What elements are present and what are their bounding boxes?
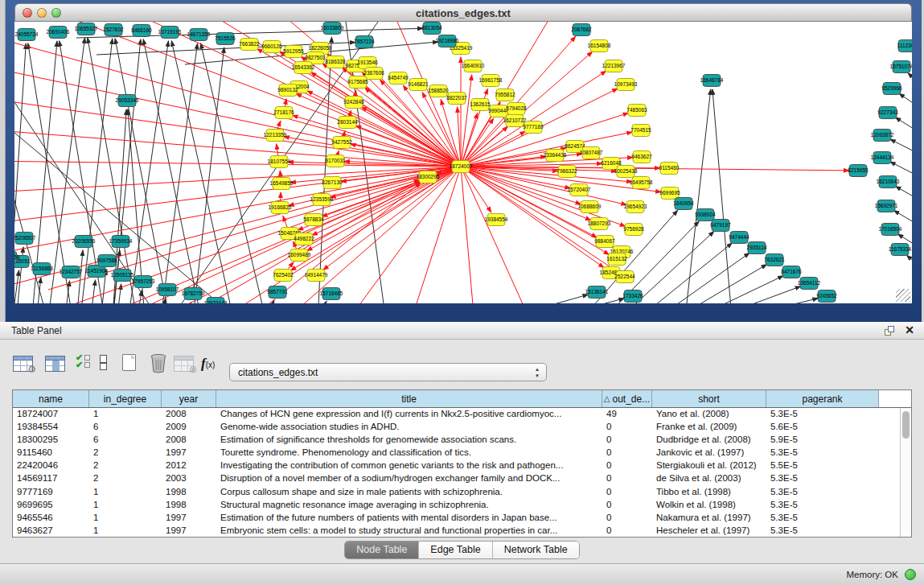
graph-node[interactable]: 9529966 bbox=[881, 83, 902, 95]
cell-short[interactable]: Wolkin et al. (1998) bbox=[652, 499, 766, 512]
cell-short[interactable]: Hescheler et al. (1997) bbox=[652, 525, 766, 538]
cell-name[interactable]: 22420046 bbox=[13, 459, 89, 472]
graph-node[interactable]: 18724007 bbox=[450, 161, 473, 173]
cell-title[interactable]: Estimation of significance thresholds fo… bbox=[216, 434, 602, 447]
graph-edge[interactable] bbox=[90, 280, 96, 303]
graph-node[interactable]: 19384554 bbox=[485, 214, 508, 226]
graph-node[interactable]: 10807487 bbox=[580, 147, 603, 159]
graph-edge[interactable] bbox=[722, 299, 818, 303]
cell-short[interactable]: Dudbridge et al. (2008) bbox=[652, 434, 766, 447]
graph-node[interactable]: 8466160 bbox=[131, 25, 152, 37]
table-mode-icon[interactable]: ⚙ bbox=[13, 356, 33, 372]
cell-out_de[interactable]: 0 bbox=[602, 512, 652, 525]
cell-year[interactable]: 1997 bbox=[162, 512, 216, 525]
graph-edge[interactable] bbox=[908, 73, 912, 97]
graph-node[interactable]: 9242848 bbox=[343, 97, 364, 109]
create-column-icon[interactable] bbox=[122, 354, 136, 371]
graph-node[interactable]: 7857224 bbox=[354, 36, 375, 48]
cell-name[interactable]: 9699695 bbox=[13, 499, 89, 512]
graph-node[interactable]: 9463627 bbox=[631, 151, 652, 163]
memory-status-dot[interactable] bbox=[905, 569, 916, 580]
graph-node[interactable]: 16099489 bbox=[288, 249, 311, 262]
cell-pagerank[interactable]: 5.3E-5 bbox=[766, 486, 879, 499]
graph-node[interactable]: 16640910 bbox=[462, 60, 485, 72]
cell-out_de[interactable]: 0 bbox=[602, 421, 652, 434]
graph-node[interactable]: 8471676 bbox=[781, 266, 802, 278]
graph-node[interactable]: 16961758 bbox=[479, 75, 503, 87]
show-columns-icon[interactable] bbox=[45, 356, 65, 372]
graph-edge[interactable] bbox=[461, 167, 491, 212]
cell-pagerank[interactable]: 5.6E-5 bbox=[766, 421, 879, 434]
cell-pagerank[interactable]: 5.5E-5 bbox=[766, 459, 879, 472]
graph-node[interactable]: 9857791 bbox=[267, 286, 288, 299]
row-height-icon[interactable] bbox=[100, 355, 107, 370]
graph-edge[interactable] bbox=[515, 295, 588, 303]
graph-node[interactable]: 14914479 bbox=[305, 270, 328, 282]
column-header-in_degree[interactable]: in_degree bbox=[89, 390, 162, 407]
table-scrollbar[interactable] bbox=[900, 408, 911, 537]
graph-edge[interactable] bbox=[201, 43, 265, 303]
cell-title[interactable]: Corpus callosum shape and size in male p… bbox=[216, 486, 602, 499]
graph-node[interactable]: 7515526 bbox=[215, 33, 236, 45]
graph-node[interactable]: 15692971 bbox=[875, 200, 898, 212]
graph-node[interactable]: 10973493 bbox=[614, 79, 638, 91]
tab-network-table[interactable]: Network Table bbox=[493, 542, 579, 558]
cell-short[interactable]: Stergiakouli et al. (2012) bbox=[652, 459, 766, 472]
cell-pagerank[interactable]: 5.3E-5 bbox=[766, 447, 879, 459]
graph-edge[interactable] bbox=[704, 286, 801, 303]
table-row[interactable]: 946362711997Embryonic stem cells: a mode… bbox=[13, 525, 911, 538]
cell-in_degree[interactable]: 1 bbox=[89, 512, 162, 525]
cell-in_degree[interactable]: 1 bbox=[89, 486, 162, 499]
graph-node[interactable]: 9115460 bbox=[659, 163, 680, 175]
graph-node[interactable]: 18807293 bbox=[588, 218, 611, 230]
float-panel-icon[interactable] bbox=[885, 326, 895, 336]
graph-node[interactable]: 15751074 bbox=[890, 61, 912, 73]
graph-node[interactable]: 5912955 bbox=[283, 46, 304, 58]
graph-node[interactable]: 1527602 bbox=[103, 24, 124, 36]
graph-node[interactable]: 12505135 bbox=[111, 270, 134, 282]
graph-edge[interactable] bbox=[117, 284, 121, 303]
graph-node[interactable]: 9170031 bbox=[325, 155, 346, 167]
table-row[interactable]: 946554611997Estimation of the future num… bbox=[13, 512, 911, 525]
graph-node[interactable]: 9146821 bbox=[408, 79, 429, 91]
cell-short[interactable]: Yano et al. (2008) bbox=[652, 408, 766, 421]
cell-name[interactable]: 18300295 bbox=[13, 434, 89, 447]
graph-node[interactable]: 9245652 bbox=[816, 290, 837, 303]
graph-node[interactable]: 12342757 bbox=[60, 266, 83, 278]
cell-name[interactable]: 9465546 bbox=[13, 512, 89, 525]
graph-node[interactable]: 7955812 bbox=[495, 89, 515, 101]
cell-out_de[interactable]: 0 bbox=[602, 499, 652, 512]
cell-out_de[interactable]: 0 bbox=[602, 459, 652, 472]
cell-in_degree[interactable]: 6 bbox=[89, 434, 162, 447]
graph-edge[interactable] bbox=[670, 265, 767, 303]
graph-node[interactable]: 8454749 bbox=[388, 72, 409, 84]
graph-node[interactable]: 7704515 bbox=[630, 125, 651, 137]
cell-pagerank[interactable]: 5.3E-5 bbox=[766, 408, 879, 421]
graph-node[interactable]: 9884067 bbox=[594, 236, 615, 248]
graph-node[interactable]: 2935114 bbox=[747, 242, 767, 254]
table-row[interactable]: 977716911998Corpus callosum shape and si… bbox=[13, 486, 911, 499]
cell-title[interactable]: Estimation of the future numbers of pati… bbox=[216, 512, 602, 525]
graph-node[interactable]: 10958107 bbox=[156, 284, 179, 296]
table-row[interactable]: 2242004622012Investigating the contribut… bbox=[13, 459, 911, 472]
cell-out_de[interactable]: 0 bbox=[602, 472, 652, 485]
graph-node[interactable]: 9427552 bbox=[331, 137, 352, 149]
graph-node[interactable]: 10654112 bbox=[798, 278, 821, 290]
graph-node[interactable]: 16549855 bbox=[270, 178, 294, 190]
graph-node[interactable]: 18107554 bbox=[268, 156, 291, 168]
scrollbar-thumb[interactable] bbox=[902, 411, 910, 439]
cell-in_degree[interactable]: 2 bbox=[89, 472, 162, 485]
graph-node[interactable]: 10719195 bbox=[158, 27, 182, 39]
tab-edge-table[interactable]: Edge Table bbox=[419, 542, 492, 558]
cell-out_de[interactable]: 0 bbox=[602, 486, 652, 499]
cell-title[interactable]: Genome-wide association studies in ADHD. bbox=[216, 421, 602, 434]
graph-edge[interactable] bbox=[461, 167, 626, 205]
cell-short[interactable]: Jankovic et al. (1997) bbox=[652, 447, 766, 459]
graph-node[interactable]: 17359934 bbox=[109, 236, 133, 248]
cell-short[interactable]: Tibbo et al. (1998) bbox=[652, 486, 766, 499]
graph-node[interactable]: 8822037 bbox=[446, 93, 467, 105]
cell-out_de[interactable]: 0 bbox=[602, 525, 652, 538]
graph-node[interactable]: 9660126 bbox=[261, 41, 282, 53]
table-row[interactable]: 969969511998Structural magnetic resonanc… bbox=[13, 499, 911, 512]
table-select-dropdown[interactable]: citations_edges.txt ▲▼ bbox=[229, 363, 547, 381]
